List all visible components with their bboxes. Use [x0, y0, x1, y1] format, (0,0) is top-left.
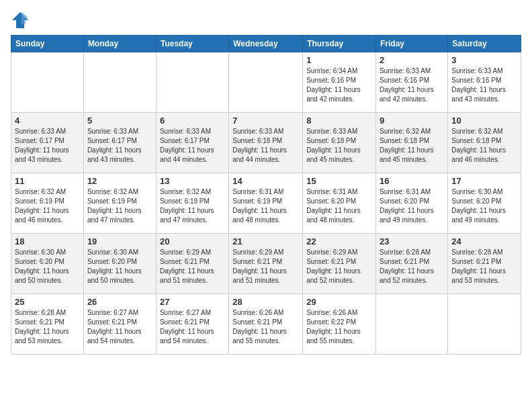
calendar-cell: 15Sunrise: 6:31 AM Sunset: 6:20 PM Dayli… — [303, 173, 376, 234]
day-info: Sunrise: 6:33 AM Sunset: 6:17 PM Dayligh… — [160, 127, 225, 165]
calendar-cell: 23Sunrise: 6:28 AM Sunset: 6:21 PM Dayli… — [376, 234, 448, 294]
day-number: 14 — [232, 176, 299, 186]
column-header-thursday: Thursday — [303, 36, 376, 52]
calendar-body: 1Sunrise: 6:34 AM Sunset: 6:16 PM Daylig… — [11, 52, 521, 355]
calendar-cell: 26Sunrise: 6:27 AM Sunset: 6:21 PM Dayli… — [83, 294, 156, 355]
day-number: 22 — [306, 236, 372, 246]
calendar-cell: 1Sunrise: 6:34 AM Sunset: 6:16 PM Daylig… — [303, 52, 376, 113]
day-info: Sunrise: 6:30 AM Sunset: 6:20 PM Dayligh… — [451, 187, 517, 225]
day-info: Sunrise: 6:27 AM Sunset: 6:21 PM Dayligh… — [87, 308, 152, 346]
calendar-cell — [229, 52, 303, 113]
day-number: 6 — [160, 116, 225, 126]
day-info: Sunrise: 6:26 AM Sunset: 6:22 PM Dayligh… — [306, 308, 372, 346]
column-header-tuesday: Tuesday — [156, 36, 228, 52]
calendar-table: SundayMondayTuesdayWednesdayThursdayFrid… — [11, 35, 521, 355]
day-info: Sunrise: 6:30 AM Sunset: 6:20 PM Dayligh… — [87, 248, 152, 285]
day-info: Sunrise: 6:32 AM Sunset: 6:19 PM Dayligh… — [87, 187, 152, 225]
day-number: 16 — [380, 176, 444, 186]
day-number: 17 — [451, 176, 517, 186]
calendar-cell — [376, 294, 448, 355]
day-info: Sunrise: 6:28 AM Sunset: 6:21 PM Dayligh… — [15, 308, 80, 346]
day-number: 21 — [232, 236, 299, 246]
day-info: Sunrise: 6:27 AM Sunset: 6:21 PM Dayligh… — [160, 308, 225, 346]
day-number: 4 — [15, 116, 80, 126]
day-number: 9 — [380, 116, 444, 126]
calendar-cell: 12Sunrise: 6:32 AM Sunset: 6:19 PM Dayli… — [83, 173, 156, 234]
day-number: 3 — [451, 55, 517, 65]
day-info: Sunrise: 6:32 AM Sunset: 6:18 PM Dayligh… — [380, 127, 444, 165]
day-number: 19 — [87, 236, 152, 246]
calendar-cell: 14Sunrise: 6:31 AM Sunset: 6:19 PM Dayli… — [229, 173, 303, 234]
calendar-cell: 28Sunrise: 6:26 AM Sunset: 6:21 PM Dayli… — [229, 294, 303, 355]
column-header-wednesday: Wednesday — [229, 36, 303, 52]
calendar-cell — [11, 52, 84, 113]
calendar-cell: 19Sunrise: 6:30 AM Sunset: 6:20 PM Dayli… — [83, 234, 156, 294]
calendar-cell: 11Sunrise: 6:32 AM Sunset: 6:19 PM Dayli… — [11, 173, 84, 234]
day-info: Sunrise: 6:32 AM Sunset: 6:19 PM Dayligh… — [15, 187, 80, 225]
day-number: 1 — [306, 55, 372, 65]
day-info: Sunrise: 6:29 AM Sunset: 6:21 PM Dayligh… — [232, 248, 299, 285]
day-info: Sunrise: 6:34 AM Sunset: 6:16 PM Dayligh… — [306, 66, 372, 104]
day-info: Sunrise: 6:32 AM Sunset: 6:19 PM Dayligh… — [160, 187, 225, 225]
calendar-cell: 18Sunrise: 6:30 AM Sunset: 6:20 PM Dayli… — [11, 234, 84, 294]
day-number: 15 — [306, 176, 372, 186]
day-info: Sunrise: 6:31 AM Sunset: 6:19 PM Dayligh… — [232, 187, 299, 225]
svg-marker-1 — [21, 12, 28, 24]
calendar-cell: 2Sunrise: 6:33 AM Sunset: 6:16 PM Daylig… — [376, 52, 448, 113]
day-number: 11 — [15, 176, 80, 186]
calendar-cell — [448, 294, 521, 355]
day-number: 28 — [232, 297, 299, 307]
calendar-cell: 29Sunrise: 6:26 AM Sunset: 6:22 PM Dayli… — [303, 294, 376, 355]
day-info: Sunrise: 6:30 AM Sunset: 6:20 PM Dayligh… — [15, 248, 80, 285]
day-info: Sunrise: 6:33 AM Sunset: 6:17 PM Dayligh… — [87, 127, 152, 165]
calendar-cell: 25Sunrise: 6:28 AM Sunset: 6:21 PM Dayli… — [11, 294, 84, 355]
calendar-cell: 16Sunrise: 6:31 AM Sunset: 6:20 PM Dayli… — [376, 173, 448, 234]
calendar-cell: 5Sunrise: 6:33 AM Sunset: 6:17 PM Daylig… — [83, 113, 156, 173]
calendar-cell: 17Sunrise: 6:30 AM Sunset: 6:20 PM Dayli… — [448, 173, 521, 234]
day-number: 26 — [87, 297, 152, 307]
day-info: Sunrise: 6:28 AM Sunset: 6:21 PM Dayligh… — [380, 248, 444, 285]
calendar-cell: 6Sunrise: 6:33 AM Sunset: 6:17 PM Daylig… — [156, 113, 228, 173]
calendar-cell — [83, 52, 156, 113]
day-info: Sunrise: 6:33 AM Sunset: 6:16 PM Dayligh… — [380, 66, 444, 104]
day-info: Sunrise: 6:33 AM Sunset: 6:18 PM Dayligh… — [306, 127, 372, 165]
calendar-cell: 10Sunrise: 6:32 AM Sunset: 6:18 PM Dayli… — [448, 113, 521, 173]
day-number: 18 — [15, 236, 80, 246]
day-number: 29 — [306, 297, 372, 307]
calendar-cell: 9Sunrise: 6:32 AM Sunset: 6:18 PM Daylig… — [376, 113, 448, 173]
calendar-cell: 8Sunrise: 6:33 AM Sunset: 6:18 PM Daylig… — [303, 113, 376, 173]
day-number: 5 — [87, 116, 152, 126]
day-info: Sunrise: 6:33 AM Sunset: 6:18 PM Dayligh… — [232, 127, 299, 165]
calendar-cell: 21Sunrise: 6:29 AM Sunset: 6:21 PM Dayli… — [229, 234, 303, 294]
day-info: Sunrise: 6:32 AM Sunset: 6:18 PM Dayligh… — [451, 127, 517, 165]
day-number: 24 — [451, 236, 517, 246]
day-number: 8 — [306, 116, 372, 126]
column-header-saturday: Saturday — [448, 36, 521, 52]
calendar-week-2: 4Sunrise: 6:33 AM Sunset: 6:17 PM Daylig… — [11, 113, 521, 173]
day-info: Sunrise: 6:33 AM Sunset: 6:17 PM Dayligh… — [15, 127, 80, 165]
day-info: Sunrise: 6:26 AM Sunset: 6:21 PM Dayligh… — [232, 308, 299, 346]
calendar-cell — [156, 52, 228, 113]
calendar-cell: 13Sunrise: 6:32 AM Sunset: 6:19 PM Dayli… — [156, 173, 228, 234]
day-number: 27 — [160, 297, 225, 307]
day-number: 12 — [87, 176, 152, 186]
day-info: Sunrise: 6:31 AM Sunset: 6:20 PM Dayligh… — [380, 187, 444, 225]
day-number: 13 — [160, 176, 225, 186]
calendar-cell: 20Sunrise: 6:29 AM Sunset: 6:21 PM Dayli… — [156, 234, 228, 294]
day-number: 7 — [232, 116, 299, 126]
day-info: Sunrise: 6:29 AM Sunset: 6:21 PM Dayligh… — [306, 248, 372, 285]
page-header — [11, 11, 521, 30]
calendar-cell: 22Sunrise: 6:29 AM Sunset: 6:21 PM Dayli… — [303, 234, 376, 294]
day-number: 2 — [380, 55, 444, 65]
calendar-week-5: 25Sunrise: 6:28 AM Sunset: 6:21 PM Dayli… — [11, 294, 521, 355]
calendar-week-1: 1Sunrise: 6:34 AM Sunset: 6:16 PM Daylig… — [11, 52, 521, 113]
column-header-friday: Friday — [376, 36, 448, 52]
calendar-header-row: SundayMondayTuesdayWednesdayThursdayFrid… — [11, 36, 521, 52]
calendar-cell: 3Sunrise: 6:33 AM Sunset: 6:16 PM Daylig… — [448, 52, 521, 113]
calendar-cell: 7Sunrise: 6:33 AM Sunset: 6:18 PM Daylig… — [229, 113, 303, 173]
calendar-cell: 24Sunrise: 6:28 AM Sunset: 6:21 PM Dayli… — [448, 234, 521, 294]
column-header-sunday: Sunday — [11, 36, 84, 52]
calendar-week-4: 18Sunrise: 6:30 AM Sunset: 6:20 PM Dayli… — [11, 234, 521, 294]
day-info: Sunrise: 6:31 AM Sunset: 6:20 PM Dayligh… — [306, 187, 372, 225]
day-info: Sunrise: 6:28 AM Sunset: 6:21 PM Dayligh… — [451, 248, 517, 285]
